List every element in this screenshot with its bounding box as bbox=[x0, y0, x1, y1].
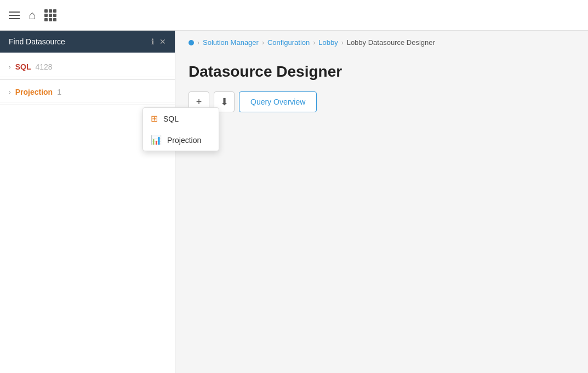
breadcrumb-current: Lobby Datasource Designer bbox=[347, 38, 435, 47]
home-icon[interactable]: ⌂ bbox=[28, 8, 36, 22]
sidebar: Find Datasource ℹ ✕ › SQL 4128 › Project… bbox=[0, 31, 175, 373]
sql-label: SQL bbox=[15, 62, 31, 71]
breadcrumb-sep-0: › bbox=[197, 39, 199, 47]
hamburger-menu-icon[interactable] bbox=[9, 12, 20, 19]
sql-count: 4128 bbox=[35, 62, 52, 71]
plus-icon: + bbox=[196, 96, 202, 108]
page-header: Datasource Designer + ⬇ Query Overview bbox=[175, 54, 588, 123]
breadcrumb-link-lobby[interactable]: Lobby bbox=[318, 38, 338, 47]
dropdown-item-projection[interactable]: 📊 Projection bbox=[143, 129, 219, 151]
breadcrumb-sep-3: › bbox=[341, 39, 344, 47]
chevron-right-icon: › bbox=[9, 64, 11, 70]
add-dropdown-menu: ⊞ SQL 📊 Projection bbox=[142, 107, 219, 151]
close-icon[interactable]: ✕ bbox=[159, 37, 166, 46]
apps-grid-icon[interactable] bbox=[44, 9, 56, 21]
breadcrumb: › Solution Manager › Configuration › Lob… bbox=[175, 31, 588, 54]
breadcrumb-sep-2: › bbox=[313, 39, 315, 47]
sidebar-divider-2 bbox=[0, 105, 175, 105]
toolbar: + ⬇ Query Overview bbox=[189, 91, 575, 112]
dropdown-item-sql-label: SQL bbox=[163, 114, 179, 123]
projection-count: 1 bbox=[57, 88, 61, 96]
dropdown-item-projection-label: Projection bbox=[167, 136, 201, 145]
main-layout: Find Datasource ℹ ✕ › SQL 4128 › Project… bbox=[0, 31, 588, 373]
breadcrumb-link-configuration[interactable]: Configuration bbox=[267, 38, 310, 47]
sidebar-item-sql[interactable]: › SQL 4128 bbox=[0, 57, 175, 77]
breadcrumb-sep-1: › bbox=[262, 39, 264, 47]
projection-label: Projection bbox=[15, 88, 53, 96]
dropdown-item-sql[interactable]: ⊞ SQL bbox=[143, 108, 219, 129]
breadcrumb-dot bbox=[189, 40, 194, 45]
sidebar-header: Find Datasource ℹ ✕ bbox=[0, 31, 175, 53]
breadcrumb-link-solution-manager[interactable]: Solution Manager bbox=[203, 38, 259, 47]
download-icon: ⬇ bbox=[220, 96, 229, 108]
sidebar-title: Find Datasource bbox=[9, 37, 65, 46]
main-content: › Solution Manager › Configuration › Lob… bbox=[175, 31, 588, 373]
chevron-right-icon: › bbox=[9, 89, 11, 95]
projection-menu-icon: 📊 bbox=[151, 135, 162, 145]
sql-menu-icon: ⊞ bbox=[151, 113, 158, 124]
top-nav: ⌂ bbox=[0, 0, 588, 31]
sidebar-header-icons: ℹ ✕ bbox=[151, 37, 166, 46]
info-icon[interactable]: ℹ bbox=[151, 37, 154, 46]
sidebar-divider-1 bbox=[0, 79, 175, 80]
sidebar-item-projection[interactable]: › Projection 1 bbox=[0, 82, 175, 102]
page-title: Datasource Designer bbox=[189, 63, 575, 81]
query-overview-button[interactable]: Query Overview bbox=[239, 91, 317, 112]
sidebar-content: › SQL 4128 › Projection 1 bbox=[0, 53, 175, 112]
